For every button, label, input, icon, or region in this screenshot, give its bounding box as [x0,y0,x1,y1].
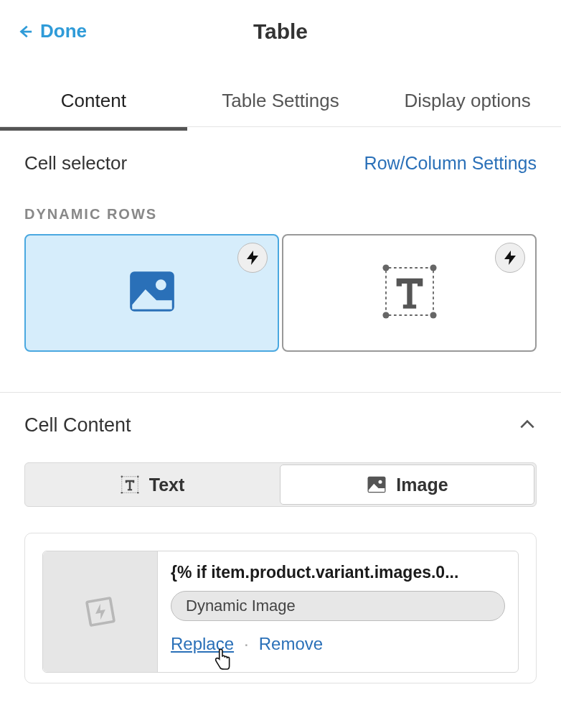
dynamic-image-pill[interactable]: Dynamic Image [171,591,505,621]
dynamic-rows-label: DYNAMIC ROWS [24,206,537,223]
image-thumbnail[interactable] [43,551,158,672]
image-icon [366,474,387,495]
seg-text[interactable]: Text [25,463,278,506]
svg-point-13 [137,492,139,494]
tab-table-settings[interactable]: Table Settings [187,78,374,126]
image-actions: Replace · Remove [171,634,505,654]
svg-point-1 [155,279,166,290]
cell-selector-section: Cell selector Row/Column Settings DYNAMI… [0,131,561,366]
tab-display-options[interactable]: Display options [374,78,561,126]
seg-image[interactable]: Image [280,465,534,505]
header: Done Table [0,0,561,57]
svg-point-2 [382,264,389,271]
done-button[interactable]: Done [17,20,87,42]
image-source-expression: {% if item.product.variant.images.0... [171,563,505,582]
tabs: Content Table Settings Display options [0,78,561,127]
svg-point-4 [382,312,389,318]
bolt-icon [237,243,268,273]
page-title: Table [253,19,308,44]
bolt-icon [495,243,525,273]
text-block-icon [119,474,141,495]
done-label: Done [40,20,87,42]
cell-content-title: Cell Content [24,414,131,437]
dynamic-row-text-cell[interactable] [282,234,537,352]
cell-selector-label: Cell selector [24,152,127,174]
image-content-box: {% if item.product.variant.images.0... D… [24,533,537,683]
image-icon [126,265,179,321]
cell-content-section: Cell Content Text Image [0,393,561,691]
remove-link[interactable]: Remove [259,634,323,654]
placeholder-bolt-image-icon [82,594,118,630]
dynamic-image-card: {% if item.product.variant.images.0... D… [42,551,519,673]
arrow-left-icon [17,24,33,39]
svg-point-5 [430,312,436,318]
tab-content[interactable]: Content [0,78,187,126]
svg-point-12 [121,492,123,494]
separator-dot: · [244,634,249,654]
dynamic-row-image-cell[interactable] [24,234,279,352]
svg-point-3 [430,264,436,271]
cursor-pointer-icon [212,648,232,674]
seg-image-label: Image [396,475,448,495]
seg-text-label: Text [149,475,185,495]
svg-point-11 [137,476,139,478]
content-type-segmented: Text Image [24,462,537,507]
svg-point-19 [379,480,382,484]
collapse-toggle[interactable] [518,415,537,437]
svg-point-10 [121,476,123,478]
row-column-settings-link[interactable]: Row/Column Settings [364,153,537,174]
text-block-icon [378,260,441,326]
